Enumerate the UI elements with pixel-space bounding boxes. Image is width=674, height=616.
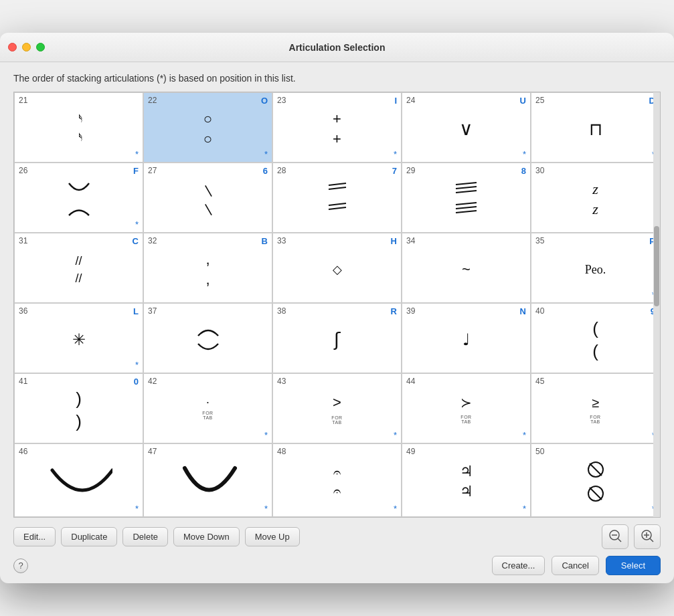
grid: 21 𝅯 𝅯 * 22 O ○ ○ * [14,92,660,517]
cell-24[interactable]: 24 U ∨ * [402,92,531,163]
cell-30[interactable]: 30 z z [531,163,660,233]
cell-27[interactable]: 27 6 | | [143,163,272,233]
delete-button[interactable]: Delete [122,527,168,546]
cell-40[interactable]: 40 9 ( ( [531,303,660,373]
svg-line-0 [329,183,346,185]
cell-32[interactable]: 32 B , , [143,233,272,303]
maximize-button[interactable] [36,43,45,52]
svg-line-1 [329,187,346,189]
cell-47[interactable]: 47 * [143,443,272,517]
cell-43[interactable]: 43 > FORTAB * [272,373,402,443]
cancel-button[interactable]: Cancel [552,556,598,575]
cell-34[interactable]: 34 ~ [402,233,531,303]
dialog-buttons-row: ? Create... Cancel Select [13,556,661,575]
svg-line-4 [456,183,477,185]
svg-line-16 [618,538,621,542]
action-buttons-row: Edit... Duplicate Delete Move Down Move … [13,524,661,549]
svg-line-6 [456,191,477,193]
svg-line-5 [456,187,477,189]
svg-line-9 [456,211,477,213]
cell-23[interactable]: 23 I + + * [272,92,402,163]
window-title: Articulation Selection [289,42,386,53]
cell-33[interactable]: 33 H ◇ [272,233,402,303]
cell-41[interactable]: 41 0 ) ) [14,373,143,443]
select-button[interactable]: Select [606,556,661,575]
cell-48[interactable]: 48 𝄐 𝄐 * [272,443,402,517]
duplicate-button[interactable]: Duplicate [61,527,117,546]
articulation-grid: 21 𝅯 𝅯 * 22 O ○ ○ * [13,92,661,518]
create-button[interactable]: Create... [492,556,545,575]
zoom-out-button[interactable] [602,524,628,549]
window: Articulation Selection The order of stac… [0,33,674,583]
description-text: The order of stacking articulations (*) … [13,73,661,84]
close-button[interactable] [8,43,17,52]
svg-line-3 [329,207,346,209]
cell-50[interactable]: 50 * [531,443,660,517]
minimize-button[interactable] [22,43,31,52]
traffic-lights [8,43,45,52]
cell-37[interactable]: 37 [143,303,272,373]
cell-46[interactable]: 46 * [14,443,143,517]
cell-35[interactable]: 35 P Peo. * [531,233,660,303]
cell-45[interactable]: 45 ≥ FORTAB * [531,373,660,443]
main-content: The order of stacking articulations (*) … [0,62,674,583]
cell-22[interactable]: 22 O ○ ○ * [143,92,272,163]
cell-28[interactable]: 28 7 [272,163,402,233]
svg-line-11 [590,464,602,476]
help-button[interactable]: ? [13,558,28,573]
cell-36[interactable]: 36 L ✳ * [14,303,143,373]
svg-line-2 [329,203,346,205]
cell-29[interactable]: 29 8 [402,163,531,233]
titlebar: Articulation Selection [0,33,674,62]
svg-line-13 [590,488,602,500]
cell-26[interactable]: 26 F * [14,163,143,233]
cell-44[interactable]: 44 ≻ FORTAB * [402,373,531,443]
svg-line-7 [456,203,477,205]
svg-line-8 [456,207,477,209]
cell-42[interactable]: 42 • FORTAB * [143,373,272,443]
scrollbar-thumb[interactable] [654,226,659,306]
cell-38[interactable]: 38 R ʃ [272,303,402,373]
move-down-button[interactable]: Move Down [173,527,240,546]
zoom-in-button[interactable] [634,524,661,549]
cell-39[interactable]: 39 N ♩ [402,303,531,373]
cell-25[interactable]: 25 D ⊓ * [531,92,660,163]
svg-line-20 [650,538,653,542]
edit-button[interactable]: Edit... [13,527,56,546]
cell-49[interactable]: 49 ♃ ♃ * [402,443,531,517]
scrollbar[interactable] [653,92,660,517]
cell-21[interactable]: 21 𝅯 𝅯 * [14,92,143,163]
cell-31[interactable]: 31 C // // [14,233,143,303]
move-up-button[interactable]: Move Up [245,527,300,546]
